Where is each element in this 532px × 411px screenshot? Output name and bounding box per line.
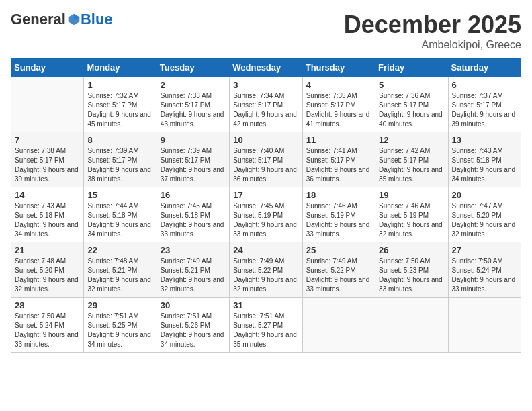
cell-details: Sunrise: 7:45 AMSunset: 5:18 PMDaylight:… — [161, 201, 226, 239]
day-number: 9 — [161, 135, 226, 145]
cell-details: Sunrise: 7:43 AMSunset: 5:18 PMDaylight:… — [15, 201, 80, 239]
calendar-cell: 18Sunrise: 7:46 AMSunset: 5:19 PMDayligh… — [302, 187, 375, 242]
day-number: 6 — [452, 80, 517, 90]
cell-details: Sunrise: 7:48 AMSunset: 5:20 PMDaylight:… — [15, 257, 80, 294]
cell-details: Sunrise: 7:50 AMSunset: 5:24 PMDaylight:… — [15, 312, 80, 349]
day-number: 10 — [233, 135, 298, 145]
cell-details: Sunrise: 7:39 AMSunset: 5:17 PMDaylight:… — [87, 146, 152, 184]
calendar-cell: 17Sunrise: 7:45 AMSunset: 5:19 PMDayligh… — [230, 187, 302, 242]
column-header-wednesday: Wednesday — [230, 58, 302, 77]
calendar-week-row: 7Sunrise: 7:38 AMSunset: 5:17 PMDaylight… — [11, 132, 521, 187]
cell-details: Sunrise: 7:46 AMSunset: 5:19 PMDaylight:… — [306, 201, 371, 239]
calendar-cell: 1Sunrise: 7:32 AMSunset: 5:17 PMDaylight… — [84, 77, 157, 132]
cell-details: Sunrise: 7:49 AMSunset: 5:21 PMDaylight:… — [161, 257, 226, 294]
logo-blue-text: Blue — [81, 11, 113, 28]
day-number: 26 — [379, 245, 444, 255]
calendar-header-row: SundayMondayTuesdayWednesdayThursdayFrid… — [11, 58, 521, 77]
calendar-week-row: 21Sunrise: 7:48 AMSunset: 5:20 PMDayligh… — [11, 242, 521, 298]
cell-details: Sunrise: 7:42 AMSunset: 5:17 PMDaylight:… — [379, 146, 444, 184]
day-number: 1 — [87, 80, 152, 90]
calendar-cell: 30Sunrise: 7:51 AMSunset: 5:26 PMDayligh… — [157, 298, 229, 353]
day-number: 18 — [306, 190, 371, 200]
cell-details: Sunrise: 7:36 AMSunset: 5:17 PMDaylight:… — [379, 91, 444, 129]
calendar-cell: 13Sunrise: 7:43 AMSunset: 5:18 PMDayligh… — [448, 132, 521, 187]
calendar-cell: 23Sunrise: 7:49 AMSunset: 5:21 PMDayligh… — [157, 242, 229, 298]
cell-details: Sunrise: 7:43 AMSunset: 5:18 PMDaylight:… — [452, 146, 517, 184]
day-number: 12 — [379, 135, 444, 145]
title-area: December 2025 Ambelokipoi, Greece — [344, 11, 521, 51]
day-number: 11 — [306, 135, 371, 145]
column-header-tuesday: Tuesday — [157, 58, 229, 77]
day-number: 20 — [452, 190, 517, 200]
calendar-cell: 19Sunrise: 7:46 AMSunset: 5:19 PMDayligh… — [375, 187, 448, 242]
calendar-cell: 6Sunrise: 7:37 AMSunset: 5:17 PMDaylight… — [448, 77, 521, 132]
calendar-cell: 29Sunrise: 7:51 AMSunset: 5:25 PMDayligh… — [84, 298, 157, 353]
day-number: 5 — [379, 80, 444, 90]
column-header-friday: Friday — [375, 58, 448, 77]
calendar-cell: 31Sunrise: 7:51 AMSunset: 5:27 PMDayligh… — [230, 298, 302, 353]
cell-details: Sunrise: 7:41 AMSunset: 5:17 PMDaylight:… — [306, 146, 371, 184]
calendar-cell: 20Sunrise: 7:47 AMSunset: 5:20 PMDayligh… — [448, 187, 521, 242]
month-title: December 2025 — [344, 11, 521, 39]
cell-details: Sunrise: 7:44 AMSunset: 5:18 PMDaylight:… — [87, 201, 152, 239]
cell-details: Sunrise: 7:38 AMSunset: 5:17 PMDaylight:… — [15, 146, 80, 184]
calendar-cell: 3Sunrise: 7:34 AMSunset: 5:17 PMDaylight… — [230, 77, 302, 132]
calendar-cell: 28Sunrise: 7:50 AMSunset: 5:24 PMDayligh… — [11, 298, 84, 353]
cell-details: Sunrise: 7:32 AMSunset: 5:17 PMDaylight:… — [87, 91, 152, 129]
calendar-cell: 4Sunrise: 7:35 AMSunset: 5:17 PMDaylight… — [302, 77, 375, 132]
day-number: 24 — [233, 245, 298, 255]
day-number: 16 — [161, 190, 226, 200]
calendar-cell: 10Sunrise: 7:40 AMSunset: 5:17 PMDayligh… — [230, 132, 302, 187]
day-number: 25 — [306, 245, 371, 255]
day-number: 7 — [15, 135, 80, 145]
calendar-cell: 2Sunrise: 7:33 AMSunset: 5:17 PMDaylight… — [157, 77, 229, 132]
calendar-cell: 22Sunrise: 7:48 AMSunset: 5:21 PMDayligh… — [84, 242, 157, 298]
logo-icon — [67, 13, 81, 26]
day-number: 14 — [15, 190, 80, 200]
cell-details: Sunrise: 7:37 AMSunset: 5:17 PMDaylight:… — [452, 91, 517, 129]
cell-details: Sunrise: 7:34 AMSunset: 5:17 PMDaylight:… — [233, 91, 298, 129]
column-header-monday: Monday — [84, 58, 157, 77]
cell-details: Sunrise: 7:51 AMSunset: 5:25 PMDaylight:… — [87, 312, 152, 349]
logo: General Blue — [11, 11, 113, 28]
cell-details: Sunrise: 7:51 AMSunset: 5:27 PMDaylight:… — [233, 312, 298, 349]
day-number: 4 — [306, 80, 371, 90]
calendar-week-row: 1Sunrise: 7:32 AMSunset: 5:17 PMDaylight… — [11, 77, 521, 132]
column-header-sunday: Sunday — [11, 58, 84, 77]
day-number: 23 — [161, 245, 226, 255]
column-header-thursday: Thursday — [302, 58, 375, 77]
calendar-week-row: 28Sunrise: 7:50 AMSunset: 5:24 PMDayligh… — [11, 298, 521, 353]
calendar-cell: 5Sunrise: 7:36 AMSunset: 5:17 PMDaylight… — [375, 77, 448, 132]
day-number: 15 — [87, 190, 152, 200]
day-number: 17 — [233, 190, 298, 200]
cell-details: Sunrise: 7:48 AMSunset: 5:21 PMDaylight:… — [87, 257, 152, 294]
day-number: 30 — [161, 300, 226, 310]
calendar-cell — [448, 298, 521, 353]
calendar-cell: 27Sunrise: 7:50 AMSunset: 5:24 PMDayligh… — [448, 242, 521, 298]
cell-details: Sunrise: 7:50 AMSunset: 5:23 PMDaylight:… — [379, 257, 444, 294]
cell-details: Sunrise: 7:39 AMSunset: 5:17 PMDaylight:… — [161, 146, 226, 184]
day-number: 3 — [233, 80, 298, 90]
calendar-cell: 11Sunrise: 7:41 AMSunset: 5:17 PMDayligh… — [302, 132, 375, 187]
calendar-cell: 26Sunrise: 7:50 AMSunset: 5:23 PMDayligh… — [375, 242, 448, 298]
cell-details: Sunrise: 7:46 AMSunset: 5:19 PMDaylight:… — [379, 201, 444, 239]
page-header: General Blue December 2025 Ambelokipoi, … — [11, 11, 521, 51]
calendar-cell: 16Sunrise: 7:45 AMSunset: 5:18 PMDayligh… — [157, 187, 229, 242]
day-number: 8 — [87, 135, 152, 145]
calendar-cell — [11, 77, 84, 132]
cell-details: Sunrise: 7:33 AMSunset: 5:17 PMDaylight:… — [161, 91, 226, 129]
day-number: 31 — [233, 300, 298, 310]
calendar-cell: 8Sunrise: 7:39 AMSunset: 5:17 PMDaylight… — [84, 132, 157, 187]
day-number: 29 — [87, 300, 152, 310]
day-number: 27 — [452, 245, 517, 255]
day-number: 19 — [379, 190, 444, 200]
cell-details: Sunrise: 7:40 AMSunset: 5:17 PMDaylight:… — [233, 146, 298, 184]
calendar-cell: 24Sunrise: 7:49 AMSunset: 5:22 PMDayligh… — [230, 242, 302, 298]
logo-general-text: General — [11, 11, 66, 28]
cell-details: Sunrise: 7:47 AMSunset: 5:20 PMDaylight:… — [452, 201, 517, 239]
calendar-cell — [302, 298, 375, 353]
calendar-cell — [375, 298, 448, 353]
cell-details: Sunrise: 7:49 AMSunset: 5:22 PMDaylight:… — [306, 257, 371, 294]
day-number: 22 — [87, 245, 152, 255]
day-number: 28 — [15, 300, 80, 310]
